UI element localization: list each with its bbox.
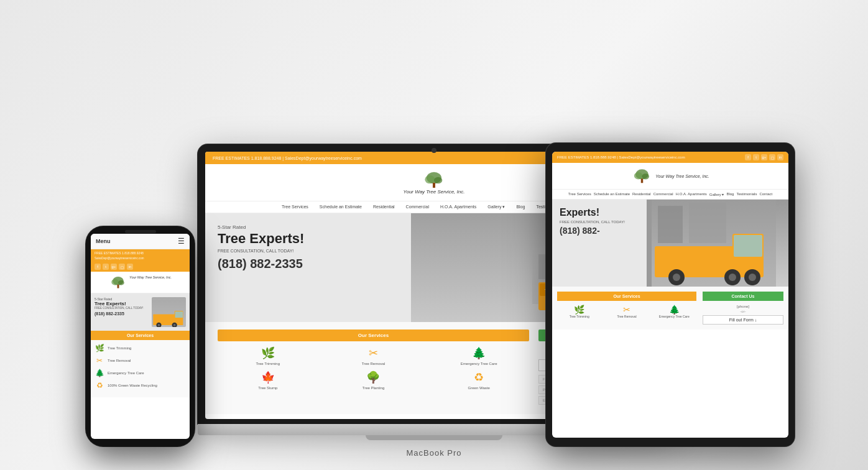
tablet-trimming-icon: 🌿 xyxy=(557,305,601,315)
tree-trimming-icon: 🌿 xyxy=(218,346,318,360)
tablet-nav-testimonials[interactable]: Testimonials xyxy=(736,192,757,196)
svg-rect-3 xyxy=(433,183,435,188)
service4-icon: ♻ xyxy=(428,371,529,384)
phone-service-recycling: ♻ 100% Green Waste Recycling xyxy=(95,381,186,390)
tablet-instagram-icon: ◻ xyxy=(769,154,775,160)
tablet-nav: Tree Services Schedule an Estimate Resid… xyxy=(552,190,788,200)
tablet-screen: FREE ESTIMATES 1.818.888.9248 | SalesDep… xyxy=(552,152,788,438)
phone-hero-image xyxy=(152,297,186,327)
svg-rect-27 xyxy=(734,235,762,257)
laptop-hero-title: Tree Experts! xyxy=(218,231,399,246)
phone-hero-title: Tree Experts! xyxy=(95,301,148,306)
laptop-phone-text: FREE ESTIMATES 1.818.888.9248 xyxy=(213,156,281,160)
laptop-service3-label: Tree Planting xyxy=(323,386,424,390)
tablet-outer: FREE ESTIMATES 1.818.888.9248 | SalesDep… xyxy=(546,143,795,446)
tablet-service-trimming: 🌿 Tree Trimming xyxy=(557,305,601,318)
nav-schedule[interactable]: Schedule an Estimate xyxy=(320,205,362,210)
laptop-service-item-trimming: 🌿 Tree Trimming xyxy=(218,346,318,366)
tablet-nav-residential[interactable]: Residential xyxy=(632,192,651,196)
laptop-logo-text: Your Way Tree Service, Inc. xyxy=(404,189,465,195)
nav-tree-services[interactable]: Tree Services xyxy=(282,205,308,210)
tablet-logo-text: Your Way Tree Service, Inc. xyxy=(655,174,709,178)
svg-point-35 xyxy=(111,279,119,285)
tablet-hero-sub: FREE CONSULTATION, CALL TODAY! xyxy=(560,220,644,224)
laptop-service2-label: Tree Stump xyxy=(218,386,318,390)
tablet-phone-text: FREE ESTIMATES 1.818.888.9248 xyxy=(557,155,616,159)
tablet-facebook-icon: f xyxy=(745,154,751,160)
tablet-services-header: Our Services xyxy=(557,292,696,301)
phone-device: Menu ☰ FREE ESTIMATES 1.818.888.9248 Sal… xyxy=(86,226,195,446)
phone-outer: Menu ☰ FREE ESTIMATES 1.818.888.9248 Sal… xyxy=(86,226,195,446)
tablet-services-grid: 🌿 Tree Trimming ✂ Tree Removal 🌲 Emergen… xyxy=(557,305,696,318)
phone-hero-text: 5-Star Rated Tree Experts! FREE CONSULTA… xyxy=(95,297,148,327)
phone-emergency-icon: 🌲 xyxy=(95,369,104,377)
phone-services-list: 🌿 Tree Trimming ✂ Tree Removal 🌲 Emergen… xyxy=(91,340,190,397)
tablet-fill-form-button[interactable]: Fill out Form ↓ xyxy=(703,315,783,325)
tablet-nav-commercial[interactable]: Commercial xyxy=(653,192,673,196)
nav-blog[interactable]: Blog xyxy=(516,205,525,210)
tablet-contact-col: Contact Us [phone] -or- Fill out Form ↓ xyxy=(703,292,783,325)
laptop-service-trimming-label: Tree Trimming xyxy=(218,362,318,366)
tablet-hero-title: Experts! xyxy=(560,207,644,218)
phone-trimming-icon: 🌿 xyxy=(95,344,104,352)
phone-removal-label: Tree Removal xyxy=(108,359,131,362)
tablet-contact-phone: [phone] xyxy=(703,305,783,308)
svg-rect-24 xyxy=(689,203,726,243)
service3-icon: 🌳 xyxy=(323,371,424,384)
phone-topbar-free: FREE ESTIMATES 1.818.888.9248 xyxy=(95,251,144,255)
laptop-service-removal-label: Tree Removal xyxy=(323,362,424,366)
phone-topbar-email: SalesDept@yourwaytreeserviceinc.com xyxy=(91,257,190,262)
phone-topbar: FREE ESTIMATES 1.818.888.9248 xyxy=(91,249,190,257)
tablet-email-addr: SalesDept@yourwaytreeserviceinc.com xyxy=(619,155,685,159)
nav-gallery[interactable]: Gallery ▾ xyxy=(487,205,505,210)
tablet-nav-contact[interactable]: Contact xyxy=(759,192,772,196)
laptop-model-label: MacBook Pro xyxy=(406,448,461,458)
laptop-service-item-emergency: 🌲 Emergency Tree Care xyxy=(428,346,529,366)
phone-emergency-label: Emergency Tree Care xyxy=(108,371,144,375)
nav-residential[interactable]: Residential xyxy=(373,205,395,210)
laptop-hero-rating: 5-Star Rated xyxy=(218,224,399,230)
phone-instagram-icon: ◻ xyxy=(119,264,125,270)
nav-hoa[interactable]: H.O.A. Apartments xyxy=(440,205,476,210)
phone-screen: Menu ☰ FREE ESTIMATES 1.818.888.9248 Sal… xyxy=(91,234,190,439)
laptop-services-col: Our Services 🌿 Tree Trimming ✂ Tree Remo… xyxy=(218,329,529,407)
laptop-service-item-4: ♻ Green Waste xyxy=(428,371,529,390)
svg-point-29 xyxy=(673,274,680,281)
phone-recycling-label: 100% Green Waste Recycling xyxy=(108,384,157,387)
phone-logo-text: Your Way Tree Service, Inc. xyxy=(129,275,172,289)
laptop-hero-text: 5-Star Rated Tree Experts! FREE CONSULTA… xyxy=(205,213,411,322)
tablet-nav-tree[interactable]: Tree Services xyxy=(568,192,591,196)
phone-truck-icon xyxy=(152,297,186,327)
tree-removal-icon: ✂ xyxy=(323,346,424,360)
svg-point-43 xyxy=(158,324,160,326)
tablet-nav-gallery[interactable]: Gallery ▾ xyxy=(709,192,724,196)
tablet-nav-blog[interactable]: Blog xyxy=(726,192,734,196)
tablet-services-section: Our Services 🌿 Tree Trimming ✂ Tree Remo… xyxy=(552,287,788,329)
laptop-services-header: Our Services xyxy=(218,329,529,341)
service2-icon: 🍁 xyxy=(218,371,318,384)
laptop-sep: | xyxy=(282,156,284,160)
phone-menu-bar: Menu ☰ xyxy=(91,234,190,249)
phone-menu-label: Menu xyxy=(96,238,111,244)
tablet-hero-phone: (818) 882- xyxy=(560,226,644,236)
logo-tree-icon xyxy=(422,170,446,189)
laptop-service4-label: Green Waste xyxy=(428,386,529,390)
svg-point-45 xyxy=(173,324,176,326)
tablet-nav-hoa[interactable]: H.O.A. Apartments xyxy=(676,192,707,196)
nav-commercial[interactable]: Commercial xyxy=(406,205,429,210)
svg-rect-41 xyxy=(175,311,183,318)
tablet-truck-icon xyxy=(652,200,776,287)
svg-point-1 xyxy=(425,175,435,183)
tablet-header: Your Way Tree Service, Inc. xyxy=(552,163,788,190)
svg-point-2 xyxy=(434,177,442,184)
phone-hamburger-icon[interactable]: ☰ xyxy=(178,237,185,246)
laptop-logo: Your Way Tree Service, Inc. xyxy=(404,170,465,195)
phone-service-removal: ✂ Tree Removal xyxy=(95,356,186,365)
tablet-topbar: FREE ESTIMATES 1.818.888.9248 | SalesDep… xyxy=(552,152,788,163)
laptop-services-grid: 🌿 Tree Trimming ✂ Tree Removal 🌲 Emergen… xyxy=(218,346,529,390)
svg-rect-23 xyxy=(658,206,683,243)
laptop-service-item-3: 🌳 Tree Planting xyxy=(323,371,424,390)
tablet-nav-schedule[interactable]: Schedule an Estimate xyxy=(594,192,630,196)
phone-header: Your Way Tree Service, Inc. xyxy=(91,272,190,293)
tablet-service-removal: ✂ Tree Removal xyxy=(604,305,649,318)
